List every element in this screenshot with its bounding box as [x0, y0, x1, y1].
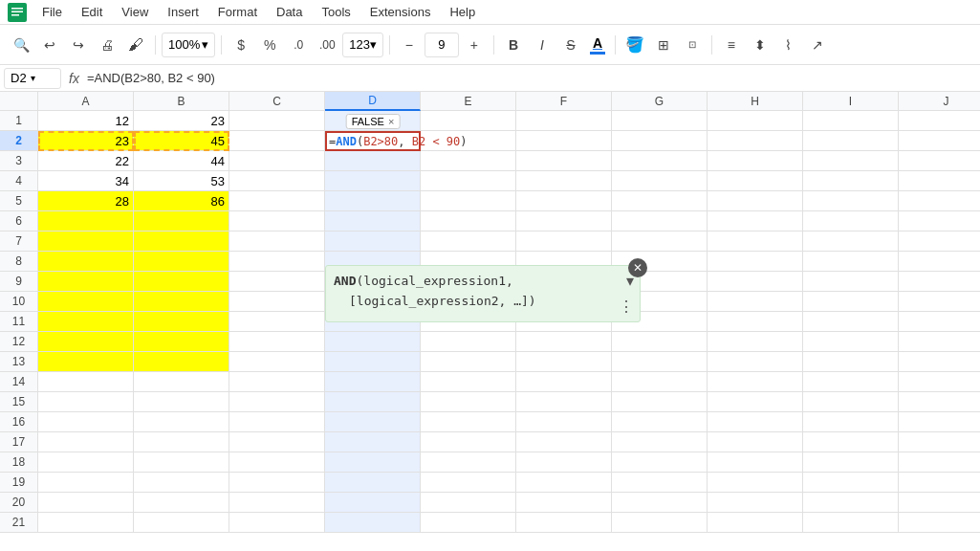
cell-g18[interactable] [612, 452, 708, 473]
font-color-button[interactable]: A [586, 32, 609, 58]
minus-font-button[interactable]: − [396, 32, 423, 58]
cell-i21[interactable] [803, 513, 899, 533]
cell-g14[interactable] [612, 372, 708, 392]
cell-a16[interactable] [38, 412, 134, 432]
col-header-j[interactable]: J [899, 92, 980, 111]
cell-i12[interactable] [803, 332, 899, 352]
cell-f2[interactable] [516, 131, 612, 151]
menu-insert[interactable]: Insert [160, 3, 207, 21]
cell-e4[interactable] [421, 171, 516, 191]
row-num-8[interactable]: 8 [0, 252, 38, 272]
cell-a21[interactable] [38, 513, 134, 533]
col-header-i[interactable]: I [803, 92, 899, 111]
col-header-e[interactable]: E [421, 92, 516, 111]
cell-j6[interactable] [899, 211, 980, 231]
cell-f17[interactable] [516, 432, 612, 452]
cell-j11[interactable] [899, 312, 980, 332]
menu-view[interactable]: View [114, 3, 156, 21]
cell-f21[interactable] [516, 513, 612, 533]
row-num-10[interactable]: 10 [0, 292, 38, 312]
italic-button[interactable]: I [529, 32, 555, 58]
cell-c6[interactable] [229, 211, 325, 231]
percent-button[interactable]: % [256, 32, 283, 58]
row-num-9[interactable]: 9 [0, 272, 38, 292]
cell-e21[interactable] [421, 513, 516, 533]
cell-d12[interactable] [325, 332, 421, 352]
cell-j18[interactable] [899, 452, 980, 473]
cell-e12[interactable] [421, 332, 516, 352]
cell-h3[interactable] [708, 151, 803, 171]
decimal-decrease-button[interactable]: .0 [285, 32, 312, 58]
cell-a3[interactable]: 22 [38, 151, 134, 171]
row-num-14[interactable]: 14 [0, 372, 38, 392]
cell-a17[interactable] [38, 432, 134, 452]
strikethrough-button[interactable]: S [557, 32, 584, 58]
row-num-16[interactable]: 16 [0, 412, 38, 432]
cell-i5[interactable] [803, 191, 899, 211]
fill-color-button[interactable]: 🪣 [621, 32, 648, 58]
cell-j20[interactable] [899, 493, 980, 513]
cell-e7[interactable] [421, 231, 516, 252]
cell-d6[interactable] [325, 211, 421, 231]
cell-a13[interactable] [38, 352, 134, 372]
cell-b11[interactable] [134, 312, 229, 332]
align-button[interactable]: ≡ [718, 32, 745, 58]
cell-b16[interactable] [134, 412, 229, 432]
cell-c18[interactable] [229, 452, 325, 473]
cell-f5[interactable] [516, 191, 612, 211]
cell-reference-box[interactable]: D2 ▾ [4, 68, 61, 89]
cell-h1[interactable] [708, 111, 803, 131]
row-num-11[interactable]: 11 [0, 312, 38, 332]
cell-i3[interactable] [803, 151, 899, 171]
cell-h15[interactable] [708, 392, 803, 412]
menu-help[interactable]: Help [442, 3, 483, 21]
cell-e19[interactable] [421, 473, 516, 493]
cell-i1[interactable] [803, 111, 899, 131]
cell-f14[interactable] [516, 372, 612, 392]
cell-j17[interactable] [899, 432, 980, 452]
cell-f3[interactable] [516, 151, 612, 171]
row-num-7[interactable]: 7 [0, 231, 38, 252]
cell-g4[interactable] [612, 171, 708, 191]
row-num-17[interactable]: 17 [0, 432, 38, 452]
cell-j5[interactable] [899, 191, 980, 211]
cell-e1[interactable] [421, 111, 516, 131]
plus-font-button[interactable]: + [461, 32, 488, 58]
cell-f4[interactable] [516, 171, 612, 191]
cell-b7[interactable] [134, 231, 229, 252]
cell-a1[interactable]: 12 [38, 111, 134, 131]
rotate-button[interactable]: ↗ [804, 32, 831, 58]
cell-i18[interactable] [803, 452, 899, 473]
cell-b19[interactable] [134, 473, 229, 493]
cell-c16[interactable] [229, 412, 325, 432]
formula-input[interactable]: =AND(B2>80, B2 < 90) [87, 71, 976, 85]
row-num-20[interactable]: 20 [0, 493, 38, 513]
cell-j1[interactable] [899, 111, 980, 131]
cell-i2[interactable] [803, 131, 899, 151]
cell-c15[interactable] [229, 392, 325, 412]
cell-d4[interactable] [325, 171, 421, 191]
cell-g1[interactable] [612, 111, 708, 131]
false-chip-close[interactable]: × [388, 116, 394, 127]
autocomplete-dots-icon[interactable]: ⋮ [619, 298, 634, 316]
cell-b12[interactable] [134, 332, 229, 352]
paint-format-button[interactable]: 🖌 [122, 32, 149, 58]
cell-f15[interactable] [516, 392, 612, 412]
cell-d2[interactable]: FALSE × =AND(B2>80, B2 < 90) [325, 131, 421, 151]
menu-edit[interactable]: Edit [74, 3, 110, 21]
cell-j4[interactable] [899, 171, 980, 191]
cell-a6[interactable] [38, 211, 134, 231]
cell-d18[interactable] [325, 452, 421, 473]
undo-button[interactable]: ↩ [36, 32, 63, 58]
cell-h14[interactable] [708, 372, 803, 392]
cell-g13[interactable] [612, 352, 708, 372]
col-header-d[interactable]: D [325, 92, 421, 111]
autocomplete-close-button[interactable]: ✕ [628, 258, 647, 277]
col-header-g[interactable]: G [612, 92, 708, 111]
cell-b6[interactable] [134, 211, 229, 231]
cell-f20[interactable] [516, 493, 612, 513]
cell-c2[interactable] [229, 131, 325, 151]
cell-i7[interactable] [803, 231, 899, 252]
search-button[interactable]: 🔍 [8, 32, 34, 58]
currency-button[interactable]: $ [228, 32, 254, 58]
